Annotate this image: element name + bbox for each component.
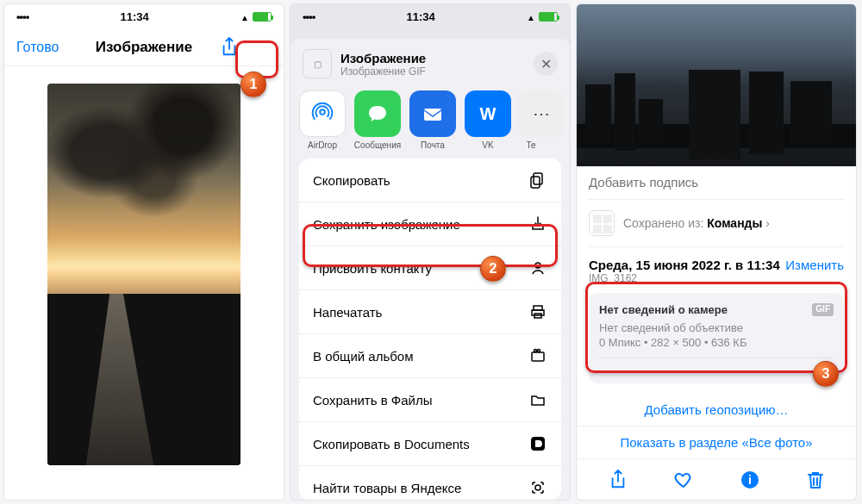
triptych-container: 11:34 Готово Изображение 1 11:34 ▢: [0, 0, 862, 504]
skyline-graphic: [577, 69, 856, 166]
shortcuts-icon: [589, 210, 615, 236]
step-badge-1: 1: [240, 72, 266, 97]
saved-from-row[interactable]: Сохранено из: Команды ›: [577, 200, 856, 246]
svg-rect-2: [534, 173, 542, 184]
battery-icon: [539, 12, 558, 22]
saved-from-app: Команды: [707, 216, 762, 230]
saved-from-prefix: Сохранено из:: [623, 216, 707, 230]
mail-icon: [409, 90, 456, 137]
edit-date-button[interactable]: Изменить: [785, 258, 844, 272]
actions-list: Скопировать Сохранить изображение Присво…: [299, 159, 561, 500]
signal-icon: [16, 10, 28, 23]
file-thumb-icon: ▢: [303, 49, 332, 78]
share-sheet: ▢ Изображение Изображение GIF ✕ AirDrop …: [290, 39, 570, 500]
share-icon[interactable]: [609, 469, 628, 491]
photo-hero[interactable]: [577, 4, 856, 166]
share-more[interactable]: ⋯ Те: [518, 90, 544, 148]
svg-rect-8: [532, 352, 544, 361]
show-all-photos-button[interactable]: Показать в разделе «Все фото»: [577, 426, 856, 458]
caption-field[interactable]: [577, 166, 856, 199]
share-app-label: Сообщения: [353, 140, 403, 150]
action-label: Скопировать в Documents: [313, 437, 470, 451]
step-badge-3: 3: [813, 361, 839, 387]
share-app-label: Те: [518, 140, 544, 150]
svg-rect-1: [424, 109, 441, 121]
signal-icon: [303, 10, 315, 23]
print-icon: [528, 302, 547, 321]
share-app-label: VK: [463, 140, 513, 150]
panel-1: 11:34 Готово Изображение 1: [3, 3, 284, 501]
svg-point-9: [534, 350, 537, 352]
close-button[interactable]: ✕: [534, 52, 558, 76]
documents-app-icon: [528, 434, 547, 453]
action-label: Напечатать: [313, 305, 382, 320]
svg-text:i: i: [748, 473, 752, 487]
vk-icon: W: [465, 90, 511, 137]
sheet-title: Изображение: [340, 51, 426, 65]
heart-icon[interactable]: [673, 470, 694, 490]
share-messages[interactable]: Сообщения: [353, 90, 403, 148]
caption-input[interactable]: [589, 175, 844, 190]
messages-icon: [354, 90, 401, 137]
svg-point-10: [538, 350, 540, 352]
page-title: Изображение: [68, 39, 220, 56]
image-preview[interactable]: [4, 66, 284, 500]
info-icon[interactable]: i: [740, 470, 760, 490]
sunset-image: [47, 84, 240, 465]
panel-2: 11:34 ▢ Изображение Изображение GIF ✕ Ai…: [290, 3, 571, 501]
step-badge-2: 2: [480, 256, 506, 282]
photo-date: Среда, 15 июня 2022 г. в 11:34: [589, 258, 780, 272]
copy-icon: [528, 171, 547, 190]
action-shared-album[interactable]: В общий альбом: [299, 334, 561, 378]
status-time: 11:34: [121, 10, 149, 23]
toolbar: i: [577, 458, 856, 500]
action-label: Скопировать: [313, 173, 390, 188]
share-app-label: Почта: [408, 140, 458, 150]
action-copy-documents[interactable]: Скопировать в Documents: [299, 422, 561, 466]
done-button[interactable]: Готово: [16, 40, 68, 55]
share-vk[interactable]: W VK: [463, 90, 513, 148]
action-label: Сохранить в Файлы: [313, 393, 433, 408]
trash-icon[interactable]: [806, 470, 825, 490]
album-icon: [528, 346, 547, 365]
share-app-row: AirDrop Сообщения Почта W VK ⋯ Те: [290, 85, 570, 159]
folder-icon: [528, 390, 547, 409]
share-airdrop[interactable]: AirDrop: [297, 90, 347, 148]
wifi-icon: [527, 10, 535, 23]
svg-point-12: [535, 485, 540, 490]
status-bar: 11:34: [4, 4, 284, 28]
action-save-files[interactable]: Сохранить в Файлы: [299, 378, 561, 422]
action-label: В общий альбом: [313, 349, 414, 364]
svg-rect-6: [532, 310, 544, 315]
sheet-header: ▢ Изображение Изображение GIF ✕: [290, 39, 570, 85]
more-icon: ⋯: [518, 90, 565, 137]
action-label: Найти товары в Яндексе: [313, 481, 461, 495]
share-app-label: AirDrop: [297, 140, 347, 150]
svg-point-0: [320, 109, 325, 115]
airdrop-icon: [299, 90, 346, 137]
action-print[interactable]: Напечатать: [299, 290, 561, 334]
add-geo-button[interactable]: Добавить геопозицию…: [577, 394, 856, 426]
share-mail[interactable]: Почта: [408, 90, 458, 148]
action-yandex-search[interactable]: Найти товары в Яндексе: [299, 466, 561, 500]
lens-icon: [528, 478, 547, 497]
battery-icon: [253, 12, 272, 22]
wifi-icon: [240, 10, 249, 23]
sheet-subtitle: Изображение GIF: [340, 65, 426, 78]
highlight-2: [303, 224, 558, 267]
highlight-3: [585, 282, 847, 373]
svg-rect-3: [531, 177, 540, 188]
status-time: 11:34: [407, 10, 435, 23]
action-copy[interactable]: Скопировать: [299, 159, 561, 202]
panel-3: Сохранено из: Команды › Среда, 15 июня 2…: [576, 3, 857, 501]
status-bar: 11:34: [290, 4, 570, 28]
date-row: Среда, 15 июня 2022 г. в 11:34 IMG_3162 …: [577, 247, 856, 286]
